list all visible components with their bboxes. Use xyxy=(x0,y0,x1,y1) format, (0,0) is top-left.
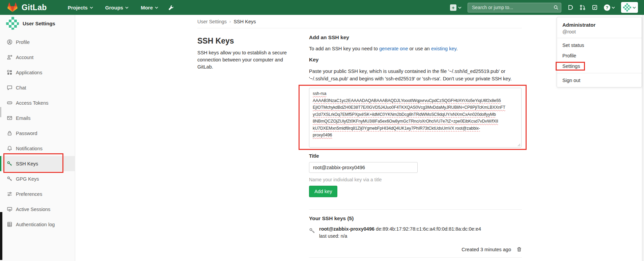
intro-text: or use an xyxy=(408,46,431,51)
screen-artifact-black xyxy=(0,212,2,260)
search-input[interactable] xyxy=(468,3,561,12)
key-entry-meta: Created 3 minutes ago xyxy=(461,246,522,252)
gitlab-logo[interactable]: GitLab xyxy=(7,2,47,12)
sidebar-item-applications[interactable]: Applications xyxy=(0,65,75,80)
brand-name: GitLab xyxy=(22,3,47,12)
access-tokens-icon xyxy=(7,100,12,106)
user-username: @root xyxy=(562,29,636,34)
screen-artifact-gray xyxy=(0,107,1,117)
sidebar-item-label: Applications xyxy=(16,70,42,75)
generate-one-link[interactable]: generate one xyxy=(379,46,408,51)
nav-more[interactable]: More xyxy=(141,5,158,10)
ssh-keys-icon xyxy=(7,161,12,166)
key-entry-fingerprint: de:89:4b:17:92:78:c1:6c:a4:f0:0d:81:8a:d… xyxy=(376,226,481,232)
page-scrollbar[interactable] xyxy=(642,15,644,261)
sidebar-item-gpg-keys[interactable]: GPG Keys xyxy=(0,171,75,186)
key-line: kU7DXEMxn5mldf8rq81Zij0YgmebFpHI34dQ4UK1… xyxy=(313,125,518,132)
section-divider xyxy=(309,209,522,210)
key-icon xyxy=(309,228,315,239)
todos-icon[interactable] xyxy=(592,4,598,10)
key-line: yr2d7XSLrkOq7EMf5PXpvl/SK+ildMC0YKNm2bDc… xyxy=(313,111,518,118)
applications-icon xyxy=(7,70,12,75)
plus-icon: + xyxy=(450,4,456,11)
nav-groups[interactable]: Groups xyxy=(105,5,129,10)
add-key-button[interactable]: Add key xyxy=(309,186,337,197)
your-ssh-keys-heading: Your SSH keys (5) xyxy=(309,215,354,221)
sidebar-item-notifications[interactable]: Notifications xyxy=(0,141,75,156)
nav-projects[interactable]: Projects xyxy=(68,5,93,10)
add-ssh-key-heading: Add an SSH key xyxy=(309,34,349,41)
sidebar-item-profile[interactable]: Profile xyxy=(0,34,75,50)
key-line: proxy0496 xyxy=(313,132,518,139)
notifications-icon xyxy=(7,146,12,151)
chevron-down-icon xyxy=(125,6,129,9)
authentication-log-icon xyxy=(7,221,12,227)
user-menu-header: Administrator @root xyxy=(557,17,642,38)
entry-divider xyxy=(309,257,522,258)
sidebar-item-label: Access Tokens xyxy=(16,100,48,106)
top-navbar: GitLab Projects Groups More + xyxy=(0,0,644,15)
sidebar-item-preferences[interactable]: Preferences xyxy=(0,186,75,202)
menu-item-set-status[interactable]: Set status xyxy=(557,40,642,50)
password-icon xyxy=(7,130,12,136)
key-label: Key xyxy=(309,57,318,63)
menu-item-profile[interactable]: Profile xyxy=(557,50,642,61)
sidebar-item-label: Preferences xyxy=(16,191,42,197)
user-fullname: Administrator xyxy=(562,22,636,28)
sidebar-item-authentication-log[interactable]: Authentication log xyxy=(0,217,75,232)
add-key-intro: To add an SSH key you need to generate o… xyxy=(309,46,458,51)
issues-icon[interactable] xyxy=(567,4,573,10)
sidebar-item-active-sessions[interactable]: Active Sessions xyxy=(0,202,75,217)
chevron-down-icon xyxy=(458,6,461,9)
admin-wrench-icon[interactable] xyxy=(168,5,174,10)
breadcrumb-separator: › xyxy=(229,19,231,24)
sidebar-item-password[interactable]: Password xyxy=(0,126,75,141)
intro-text: To add an SSH key you need to xyxy=(309,46,379,51)
help-icon: ? xyxy=(604,4,610,11)
sidebar-item-ssh-keys[interactable]: SSH Keys xyxy=(0,156,75,171)
ssh-key-form: Add an SSH key To add an SSH key you nee… xyxy=(309,15,522,261)
sidebar-title: User Settings xyxy=(23,21,55,26)
chevron-down-icon xyxy=(155,6,158,9)
page-title: SSH Keys xyxy=(197,36,234,46)
sidebar-item-emails[interactable]: Emails xyxy=(0,110,75,126)
ssh-key-textarea[interactable]: ssh-rsa AAAAB3NzaC1yc2EAAAADAQABAAABAQDJ… xyxy=(309,88,522,148)
user-avatar-dropdown[interactable] xyxy=(621,2,638,13)
sidebar-item-account[interactable]: Account xyxy=(0,50,75,65)
navbar-right: + ? xyxy=(450,2,638,13)
sidebar-item-chat[interactable]: Chat xyxy=(0,80,75,95)
breadcrumb-user-settings[interactable]: User Settings xyxy=(197,19,227,24)
sidebar-user-settings-header[interactable]: User Settings xyxy=(6,17,55,30)
key-help-text: Paste your public SSH key, which is usua… xyxy=(309,68,522,82)
chevron-down-icon xyxy=(612,6,615,9)
account-icon xyxy=(7,54,12,60)
intro-text: . xyxy=(456,46,458,51)
menu-item-sign-out[interactable]: Sign out xyxy=(557,75,642,85)
key-title-input[interactable] xyxy=(309,162,418,173)
new-item-dropdown[interactable]: + xyxy=(450,4,461,11)
sidebar-item-label: GPG Keys xyxy=(16,176,39,182)
sidebar-item-label: Password xyxy=(16,131,37,136)
textarea-resize-handle[interactable] xyxy=(517,143,521,147)
sidebar-item-label: Account xyxy=(16,55,33,60)
tanuki-icon xyxy=(7,2,18,12)
sidebar-item-access-tokens[interactable]: Access Tokens xyxy=(0,95,75,110)
sidebar-item-label: Profile xyxy=(16,40,30,45)
key-entry-last-used: last used: n/a xyxy=(319,233,481,239)
chevron-down-icon xyxy=(90,6,93,9)
gpg-keys-icon xyxy=(7,176,12,182)
breadcrumb-ssh-keys[interactable]: SSH Keys xyxy=(233,19,256,24)
help-dropdown[interactable]: ? xyxy=(604,4,615,11)
existing-key-link[interactable]: existing key xyxy=(431,46,456,51)
active-sessions-icon xyxy=(7,206,12,212)
menu-item-settings[interactable]: Settings xyxy=(557,61,642,71)
user-dropdown-menu: Administrator @root Set status Profile S… xyxy=(557,17,642,87)
key-line: 8NBmQCZOjZUIyfZt0KFnyMU3I8Fa5ex6Ow8ymGcT… xyxy=(313,118,518,125)
avatar xyxy=(6,17,19,30)
preferences-icon xyxy=(7,191,12,197)
merge-requests-icon[interactable] xyxy=(580,4,586,10)
delete-key-button[interactable] xyxy=(516,246,522,252)
settings-sidebar: User Settings Profile Account Applicatio… xyxy=(0,15,75,261)
sidebar-item-label: SSH Keys xyxy=(16,161,38,166)
global-search xyxy=(468,3,561,12)
